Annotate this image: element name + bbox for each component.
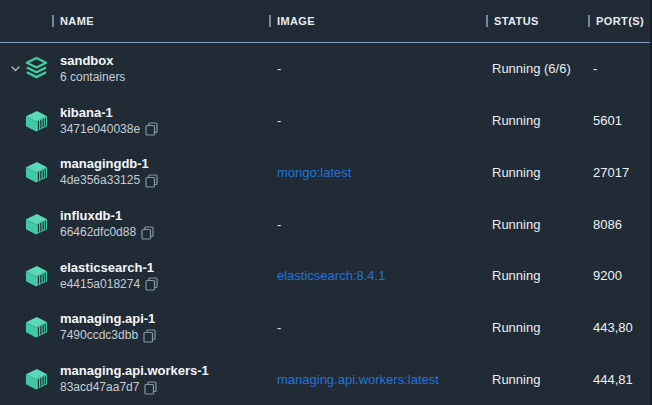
image-cell: elasticsearch:8.4.1 bbox=[268, 268, 485, 283]
container-name: elasticsearch-1 bbox=[60, 260, 158, 276]
name-cell: managing.api.workers-1 83acd47aa7d7 bbox=[0, 363, 268, 395]
container-icon bbox=[23, 159, 50, 186]
column-header-status[interactable]: STATUS bbox=[494, 15, 539, 27]
ports-text: - bbox=[593, 61, 597, 76]
name-block: managingdb-1 4de356a33125 bbox=[60, 156, 158, 188]
status-cell: Running bbox=[485, 372, 587, 387]
container-name: kibana-1 bbox=[60, 105, 158, 121]
container-id: 83acd47aa7d7 bbox=[60, 380, 139, 395]
container-name: influxdb-1 bbox=[60, 208, 154, 224]
name-cell: managingdb-1 4de356a33125 bbox=[0, 156, 268, 188]
ports-text: 9200 bbox=[593, 268, 622, 283]
status-text: Running bbox=[492, 268, 540, 283]
status-cell: Running bbox=[485, 113, 587, 128]
copy-icon[interactable] bbox=[141, 226, 154, 240]
status-cell: Running bbox=[485, 217, 587, 232]
copy-icon[interactable] bbox=[145, 174, 158, 188]
container-id: 66462dfc0d88 bbox=[60, 225, 136, 240]
table-row[interactable]: elasticsearch-1 e4415a018274 elasticsear… bbox=[0, 250, 652, 302]
ports-cell: 5601 bbox=[587, 113, 652, 128]
ports-cell: 443,80 bbox=[587, 320, 652, 335]
table-row[interactable]: sandbox 6 containers - Running (6/6) - bbox=[0, 43, 652, 95]
name-cell: influxdb-1 66462dfc0d88 bbox=[0, 208, 268, 240]
container-subrow: 6 containers bbox=[60, 70, 125, 85]
container-name: sandbox bbox=[60, 53, 125, 69]
container-name: managing.api.workers-1 bbox=[60, 363, 209, 379]
container-subrow: e4415a018274 bbox=[60, 277, 158, 292]
image-link[interactable]: mongo:latest bbox=[277, 165, 351, 180]
image-link[interactable]: managing.api.workers:latest bbox=[277, 372, 439, 387]
status-text: Running bbox=[492, 113, 540, 128]
name-cell: kibana-1 3471e040038e bbox=[0, 105, 268, 137]
ports-cell: 27017 bbox=[587, 165, 652, 180]
name-block: managing.api-1 7490ccdc3dbb bbox=[60, 311, 156, 343]
container-subrow: 4de356a33125 bbox=[60, 173, 158, 188]
ports-cell: 9200 bbox=[587, 268, 652, 283]
image-text: - bbox=[277, 113, 281, 128]
column-divider bbox=[486, 15, 488, 27]
copy-icon[interactable] bbox=[143, 329, 156, 343]
column-header-name[interactable]: NAME bbox=[60, 15, 94, 27]
ports-cell: 8086 bbox=[587, 217, 652, 232]
name-block: kibana-1 3471e040038e bbox=[60, 105, 158, 137]
image-cell: - bbox=[268, 113, 485, 128]
container-icon bbox=[23, 314, 50, 341]
container-subrow: 83acd47aa7d7 bbox=[60, 380, 209, 395]
container-icon bbox=[23, 262, 50, 289]
compose-stack-icon bbox=[23, 55, 50, 82]
container-name: managingdb-1 bbox=[60, 156, 158, 172]
name-block: influxdb-1 66462dfc0d88 bbox=[60, 208, 154, 240]
column-header-ports-wrap: PORT(S) bbox=[587, 0, 652, 42]
status-cell: Running bbox=[485, 320, 587, 335]
container-icon bbox=[23, 366, 50, 393]
container-id: 3471e040038e bbox=[60, 122, 140, 137]
name-block: sandbox 6 containers bbox=[60, 53, 125, 85]
table-row[interactable]: managing.api-1 7490ccdc3dbb - Running 4 bbox=[0, 302, 652, 354]
status-text: Running bbox=[492, 320, 540, 335]
column-divider bbox=[52, 15, 54, 27]
table-header: NAME IMAGE STATUS PORT(S) bbox=[0, 0, 652, 43]
ports-cell: 444,81 bbox=[587, 372, 652, 387]
container-name: managing.api-1 bbox=[60, 311, 156, 327]
copy-icon[interactable] bbox=[144, 381, 157, 395]
chevron-down-icon[interactable] bbox=[7, 61, 23, 77]
ports-text: 5601 bbox=[593, 113, 622, 128]
container-id: e4415a018274 bbox=[60, 277, 140, 292]
image-link[interactable]: elasticsearch:8.4.1 bbox=[277, 268, 385, 283]
name-block: elasticsearch-1 e4415a018274 bbox=[60, 260, 158, 292]
status-cell: Running bbox=[485, 165, 587, 180]
column-divider bbox=[588, 15, 590, 27]
table-row[interactable]: managingdb-1 4de356a33125 mongo:latest R… bbox=[0, 146, 652, 198]
table-row[interactable]: influxdb-1 66462dfc0d88 - Running 8086 bbox=[0, 198, 652, 250]
ports-text: 8086 bbox=[593, 217, 622, 232]
table-row[interactable]: managing.api.workers-1 83acd47aa7d7 mana… bbox=[0, 353, 652, 405]
container-subrow: 3471e040038e bbox=[60, 122, 158, 137]
ports-text: 443,80 bbox=[593, 320, 633, 335]
status-text: Running (6/6) bbox=[492, 61, 571, 76]
status-text: Running bbox=[492, 372, 540, 387]
column-divider bbox=[269, 15, 271, 27]
copy-icon[interactable] bbox=[145, 122, 158, 136]
copy-icon[interactable] bbox=[145, 277, 158, 291]
column-header-status-wrap: STATUS bbox=[485, 0, 587, 42]
ports-text: 444,81 bbox=[593, 372, 633, 387]
column-header-image-wrap: IMAGE bbox=[268, 0, 485, 42]
image-cell: managing.api.workers:latest bbox=[268, 372, 485, 387]
image-cell: - bbox=[268, 61, 485, 76]
image-text: - bbox=[277, 61, 281, 76]
ports-text: 27017 bbox=[593, 165, 629, 180]
table-body: sandbox 6 containers - Running (6/6) - bbox=[0, 43, 652, 405]
image-text: - bbox=[277, 320, 281, 335]
column-header-ports[interactable]: PORT(S) bbox=[596, 15, 644, 27]
container-id: 6 containers bbox=[60, 70, 125, 85]
image-cell: - bbox=[268, 320, 485, 335]
containers-table: NAME IMAGE STATUS PORT(S) bbox=[0, 0, 652, 405]
image-cell: mongo:latest bbox=[268, 165, 485, 180]
status-cell: Running bbox=[485, 268, 587, 283]
name-cell: sandbox 6 containers bbox=[0, 53, 268, 85]
table-row[interactable]: kibana-1 3471e040038e - Running 5601 bbox=[0, 95, 652, 147]
ports-cell: - bbox=[587, 61, 652, 76]
column-header-image[interactable]: IMAGE bbox=[277, 15, 315, 27]
column-header-name-wrap: NAME bbox=[0, 0, 268, 42]
status-cell: Running (6/6) bbox=[485, 61, 587, 76]
